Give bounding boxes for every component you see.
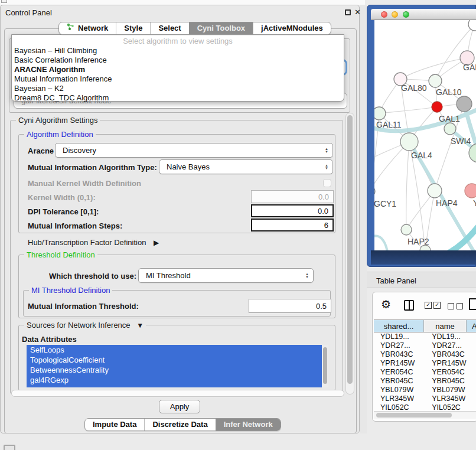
node[interactable] — [468, 20, 476, 31]
cell-value[interactable]: 12 — [472, 341, 476, 350]
cell-name[interactable]: YBR045C — [428, 377, 472, 386]
cell-shared[interactable]: YLR345W — [374, 394, 428, 403]
cell-name[interactable]: YPR145W — [428, 359, 472, 368]
tab-network[interactable]: Network — [59, 22, 116, 34]
settings-horizontal-scrollbar[interactable] — [11, 390, 344, 397]
attribute-item[interactable]: SelfLoops — [27, 345, 322, 355]
cell-value[interactable]: 9. — [472, 377, 476, 386]
cell-shared[interactable]: YPR145W — [374, 359, 428, 368]
cell-shared[interactable]: YBR045C — [374, 377, 428, 386]
column-header-name[interactable]: name — [424, 320, 467, 332]
node-hap2[interactable] — [401, 224, 412, 235]
kernel-width-field[interactable]: 0.0 — [251, 190, 334, 203]
dropdown-item[interactable]: Basic Correlation Inference — [12, 56, 344, 65]
deselect-all-checkboxes-icon[interactable] — [448, 303, 463, 309]
manual-kernel-checkbox[interactable] — [323, 179, 331, 187]
list-vertical-scrollbar[interactable] — [322, 345, 328, 387]
sources-title-row[interactable]: Sources for Network Inference ▼ — [24, 321, 146, 330]
tab-jactivemnodules[interactable]: jActiveMNodules — [253, 22, 331, 34]
cell-name[interactable]: YER054C — [428, 368, 472, 377]
dropdown-item[interactable]: Mutual Information Inference — [12, 74, 344, 84]
dropdown-item[interactable]: Dream8 DC_TDC Algorithm — [12, 93, 344, 103]
cell-value[interactable]: 13 — [472, 332, 476, 341]
tab-impute-data[interactable]: Impute Data — [85, 419, 144, 431]
cell-shared[interactable]: YIL052C — [374, 403, 428, 411]
table-row[interactable]: YDR27... YDR27... 12 — [374, 341, 476, 350]
new-table-icon[interactable] — [469, 298, 476, 310]
cell-value[interactable]: 9. — [472, 394, 476, 403]
float-icon[interactable] — [345, 9, 351, 15]
cell-name[interactable]: YDR27... — [428, 341, 472, 350]
table-row[interactable]: YLR345W YLR345W 9. — [374, 394, 476, 403]
node-gray[interactable] — [457, 96, 472, 112]
node-left[interactable] — [374, 186, 375, 197]
node-swi4[interactable] — [444, 123, 456, 135]
settings-vertical-scrollbar[interactable] — [345, 113, 354, 394]
traffic-close-icon[interactable] — [381, 11, 387, 18]
cell-name[interactable]: YDL19... — [428, 332, 472, 341]
cell-value[interactable] — [472, 350, 476, 359]
threshold-title: Threshold Definition — [24, 250, 97, 259]
node-label-gcy1: GCY1 — [374, 199, 396, 208]
tab-discretize-data[interactable]: Discretize Data — [144, 419, 215, 431]
dropdown-item[interactable]: Bayesian – Hill Climbing — [12, 46, 344, 56]
dropdown-item[interactable]: Bayesian – K2 — [12, 84, 344, 93]
table-row[interactable]: YBR045C YBR045C 9. — [374, 377, 476, 386]
mi-steps-field[interactable]: 6 — [251, 219, 334, 231]
table-row[interactable]: YER054C YER054C 8. — [374, 368, 476, 377]
cell-value[interactable] — [472, 386, 476, 394]
cell-shared[interactable]: YDL19... — [374, 332, 428, 341]
which-threshold-combobox[interactable]: MI Threshold ▲▼ — [138, 268, 314, 283]
apply-button[interactable]: Apply — [159, 400, 200, 413]
cell-name[interactable]: YIL052C — [428, 403, 472, 411]
node-gal1[interactable] — [432, 102, 442, 112]
dpi-tolerance-field[interactable]: 0.0 — [251, 204, 334, 217]
docked-panel-icon[interactable] — [4, 445, 15, 450]
cell-value[interactable]: 8. — [472, 368, 476, 377]
gear-icon[interactable]: ⚙ — [381, 298, 391, 311]
column-header-shared[interactable]: shared... — [374, 320, 424, 332]
table-horizontal-scrollbar[interactable] — [374, 411, 476, 419]
network-canvas[interactable]: GAL2 GAL80 GAL10 GAL1 GAL11 SWI4 GAL4 GC… — [374, 20, 476, 250]
network-window-titlebar[interactable] — [371, 9, 476, 20]
cell-name[interactable]: YLR345W — [428, 394, 472, 403]
column-header-cut[interactable]: A — [467, 320, 476, 332]
tab-infer-network[interactable]: Infer Network — [216, 419, 281, 431]
cell-name[interactable]: YBR043C — [428, 350, 472, 359]
columns-icon[interactable] — [404, 300, 414, 311]
attribute-item[interactable]: BetweennessCentrality — [27, 365, 322, 375]
panel-splitter[interactable] — [360, 5, 367, 433]
traffic-zoom-icon[interactable] — [403, 11, 409, 18]
hub-factor-expander[interactable]: Hub/Transcription Factor Definition ▶ — [28, 238, 159, 247]
attribute-item[interactable]: TopologicalCoefficient — [27, 355, 322, 365]
cell-value[interactable]: 9. — [472, 359, 476, 368]
dropdown-item-aracne[interactable]: ARACNE Algorithm — [12, 65, 344, 74]
traffic-minimize-icon[interactable] — [392, 11, 398, 18]
node-hap4[interactable] — [428, 184, 442, 198]
cell-name[interactable]: YBL079W — [428, 386, 472, 394]
table-row[interactable]: YDL19... YDL19... 13 — [374, 332, 476, 341]
table-row[interactable]: YIL052C YIL052C 9 — [374, 403, 476, 411]
node-label-hap2: HAP2 — [407, 237, 429, 246]
aracne-mode-combobox[interactable]: Discovery ▲▼ — [55, 143, 333, 158]
expand-right-icon: ▶ — [154, 239, 159, 247]
tab-select[interactable]: Select — [150, 22, 188, 34]
mi-type-combobox[interactable]: Naive Bayes ▲▼ — [159, 159, 333, 174]
cell-shared[interactable]: YBL079W — [374, 386, 428, 394]
mi-threshold-field[interactable]: 0.5 — [249, 299, 331, 313]
node-salmon[interactable] — [465, 184, 476, 198]
tab-cyni-toolbox[interactable]: Cyni Toolbox — [189, 22, 253, 34]
tab-style[interactable]: Style — [116, 22, 150, 34]
cell-shared[interactable]: YBR043C — [374, 350, 428, 359]
node-gal10[interactable] — [429, 74, 442, 87]
cell-shared[interactable]: YER054C — [374, 368, 428, 377]
select-all-checkboxes-icon[interactable]: ✓ ✓ — [425, 302, 441, 309]
node-gal11[interactable] — [374, 107, 386, 120]
cell-value[interactable]: 9 — [472, 403, 476, 411]
table-row[interactable]: YPR145W YPR145W 9. — [374, 359, 476, 368]
table-row[interactable]: YBR043C YBR043C — [374, 350, 476, 359]
table-row[interactable]: YBL079W YBL079W — [374, 386, 476, 394]
attribute-item[interactable]: gal4RGexp — [27, 375, 322, 385]
cell-shared[interactable]: YDR27... — [374, 341, 428, 350]
node-gal4[interactable] — [400, 133, 418, 151]
